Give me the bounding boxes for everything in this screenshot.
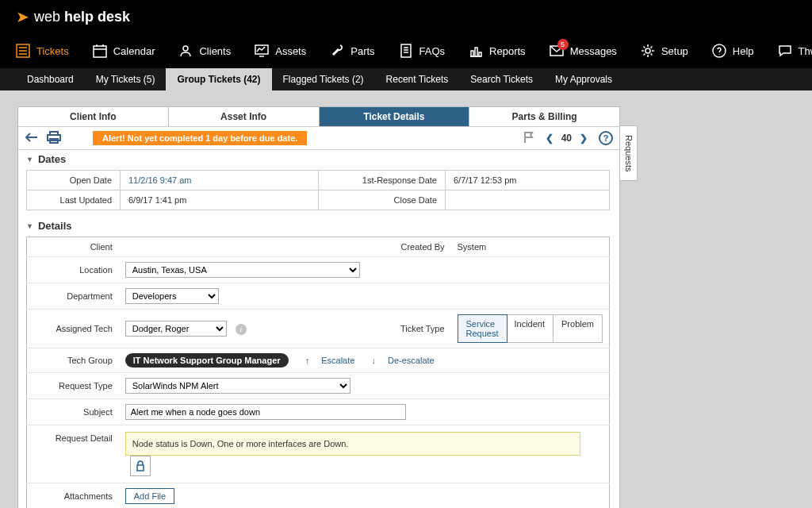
assigned-tech-label: Assigned Tech: [27, 310, 119, 348]
svg-rect-4: [94, 46, 106, 57]
type-service-request[interactable]: Service Request: [458, 314, 508, 343]
nav-tickets[interactable]: Tickets: [16, 44, 69, 58]
escalate-link[interactable]: Escalate: [321, 356, 354, 365]
requests-side-tab[interactable]: Requests: [620, 125, 638, 181]
brand-text: web help desk: [34, 9, 130, 25]
print-button[interactable]: [47, 131, 61, 146]
svg-point-20: [645, 48, 650, 53]
section-details-header[interactable]: ▼ Details: [18, 217, 619, 235]
chart-icon: [469, 44, 483, 58]
last-updated-value: 6/9/17 1:41 pm: [121, 190, 319, 210]
open-date-label: Open Date: [27, 171, 121, 190]
nav-setup[interactable]: Setup: [641, 44, 688, 58]
collapse-icon: ▼: [26, 156, 33, 164]
open-date-value[interactable]: 11/2/16 9:47 am: [128, 175, 192, 185]
nav-label: Reports: [489, 45, 526, 57]
next-record[interactable]: ❯: [580, 133, 588, 144]
svg-rect-11: [401, 44, 411, 57]
tab-ticket-details[interactable]: Ticket Details: [320, 107, 470, 126]
flag-button[interactable]: [523, 131, 534, 146]
envelope-icon: 5: [550, 44, 564, 58]
subnav-recent-tickets[interactable]: Recent Tickets: [375, 68, 460, 90]
nav-label: FAQs: [419, 45, 446, 57]
list-icon: [16, 44, 30, 58]
nav-calendar[interactable]: Calendar: [93, 44, 155, 58]
details-table: Client Created By System Location Austin…: [26, 237, 610, 508]
tech-group-pill: IT Network Support Group Manager: [125, 353, 289, 368]
nav-label: Calendar: [113, 45, 155, 57]
monitor-icon: [255, 44, 269, 58]
info-icon[interactable]: i: [236, 324, 247, 335]
subnav-flagged-tickets[interactable]: Flagged Tickets (2): [272, 68, 375, 90]
nav-label: Clients: [199, 45, 231, 57]
nav-label: Parts: [350, 45, 374, 57]
tab-client-info[interactable]: Client Info: [18, 107, 169, 126]
section-dates-header[interactable]: ▼ Dates: [18, 150, 619, 168]
section-title: Dates: [38, 153, 66, 165]
nav-help[interactable]: Help: [712, 44, 754, 58]
record-pager: ❮ 40 ❯: [546, 133, 588, 144]
request-detail-label: Request Detail: [27, 425, 119, 483]
nav-assets[interactable]: Assets: [255, 44, 306, 58]
help-icon: [712, 44, 726, 58]
nav-messages[interactable]: 5 Messages: [550, 44, 617, 58]
tab-asset-info[interactable]: Asset Info: [169, 107, 320, 126]
attachments-label: Attachments: [27, 483, 119, 509]
type-incident[interactable]: Incident: [507, 315, 554, 342]
svg-rect-16: [471, 51, 473, 56]
location-select[interactable]: Austin, Texas, USA: [125, 262, 360, 278]
svg-point-21: [713, 44, 726, 57]
dates-table: Open Date 11/2/16 9:47 am 1st-Response D…: [26, 170, 610, 210]
assigned-tech-select[interactable]: Dodger, Roger: [125, 321, 227, 337]
tab-parts-billing[interactable]: Parts & Billing: [469, 107, 619, 126]
help-button[interactable]: ?: [599, 131, 613, 145]
nav-faqs[interactable]: FAQs: [399, 44, 446, 58]
first-response-label: 1st-Response Date: [319, 171, 446, 190]
nav-label: Tickets: [36, 45, 69, 57]
brand-icon: ➤: [16, 7, 29, 26]
subnav-search-tickets[interactable]: Search Tickets: [459, 68, 544, 90]
nav-parts[interactable]: Parts: [330, 44, 374, 58]
document-icon: [399, 44, 413, 58]
subject-label: Subject: [27, 399, 119, 425]
deescalate-link[interactable]: De-escalate: [388, 356, 435, 365]
nav-reports[interactable]: Reports: [469, 44, 526, 58]
lock-button[interactable]: [130, 456, 151, 476]
client-label: Client: [27, 237, 119, 257]
request-type-label: Request Type: [27, 373, 119, 399]
sub-nav: Dashboard My Tickets (5) Group Tickets (…: [0, 68, 812, 90]
request-type-select[interactable]: SolarWinds NPM Alert: [125, 378, 350, 394]
department-select[interactable]: Developers: [125, 288, 219, 304]
department-label: Department: [27, 283, 119, 310]
back-button[interactable]: [25, 132, 39, 145]
type-problem[interactable]: Problem: [553, 315, 602, 342]
primary-nav: Tickets Calendar Clients Assets Parts FA…: [0, 33, 812, 68]
add-file-button[interactable]: Add File: [125, 488, 174, 504]
ticket-type-label: Ticket Type: [356, 310, 451, 348]
close-date-value: [446, 190, 610, 210]
svg-rect-17: [475, 48, 477, 56]
arrow-up-icon: ↑: [305, 356, 310, 365]
nav-clients[interactable]: Clients: [178, 44, 231, 58]
nav-label: Assets: [275, 45, 306, 57]
nav-label: Help: [733, 45, 754, 57]
prev-record[interactable]: ❮: [546, 133, 553, 144]
user-icon: [178, 44, 193, 58]
svg-point-8: [183, 46, 188, 51]
subnav-my-tickets[interactable]: My Tickets (5): [85, 68, 167, 90]
ticket-panel: Client Info Asset Info Ticket Details Pa…: [17, 106, 620, 508]
calendar-icon: [93, 44, 107, 58]
alert-banner: Alert! Not yet completed 1 day before du…: [93, 131, 307, 145]
chat-icon: [778, 44, 792, 58]
collapse-icon: ▼: [26, 222, 33, 230]
subnav-dashboard[interactable]: Dashboard: [16, 68, 85, 90]
location-label: Location: [27, 257, 119, 283]
nav-label: Messages: [570, 45, 617, 57]
section-title: Details: [38, 220, 72, 232]
ticket-type-group: Service Request Incident Problem: [458, 314, 603, 343]
subject-input[interactable]: [125, 404, 406, 420]
subnav-group-tickets[interactable]: Group Tickets (42): [166, 68, 271, 90]
nav-thwack[interactable]: Thwack: [778, 44, 812, 58]
subnav-my-approvals[interactable]: My Approvals: [544, 68, 623, 90]
messages-badge: 5: [557, 39, 569, 50]
